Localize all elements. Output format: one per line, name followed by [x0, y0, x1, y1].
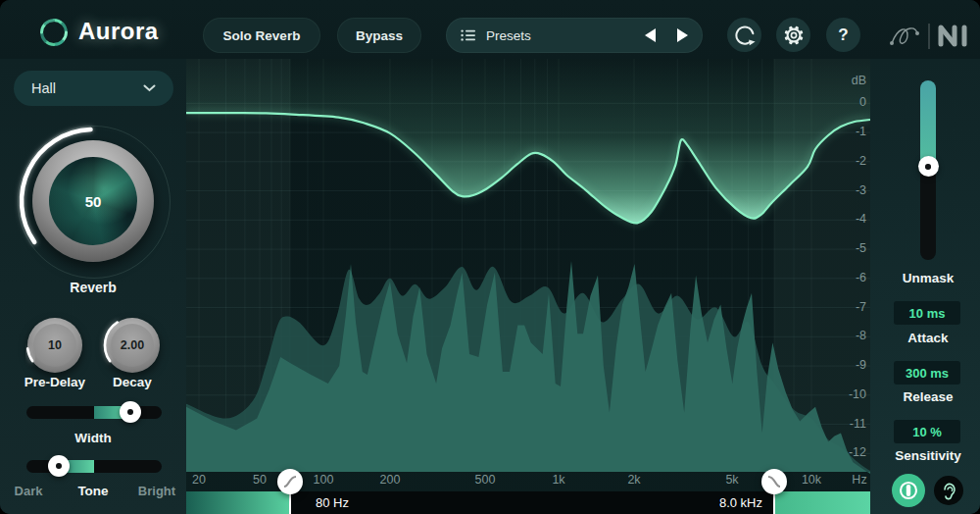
- tone-slider-handle[interactable]: [48, 455, 70, 477]
- attack-value[interactable]: 10 ms: [894, 301, 960, 325]
- low-cut-stem: [289, 491, 291, 514]
- freq-axis-unit: Hz: [852, 473, 866, 487]
- width-label: Width: [34, 431, 152, 445]
- reverb-knob-face: 50: [49, 157, 137, 245]
- tone-bright-label: Bright: [131, 484, 182, 498]
- db-axis-label: -5: [813, 241, 866, 255]
- db-axis-label: -7: [813, 300, 866, 314]
- low-cut-value: 80 Hz: [316, 495, 349, 510]
- freq-axis-label: 5k: [725, 473, 738, 487]
- help-icon: ?: [838, 26, 848, 45]
- freq-axis-label: 100: [314, 473, 334, 487]
- freq-axis-label: 50: [253, 473, 267, 487]
- room-type-value: Hall: [31, 80, 56, 96]
- freq-axis-label: 10k: [802, 473, 821, 487]
- tone-label: Tone: [64, 484, 122, 498]
- next-preset-arrow[interactable]: [677, 28, 688, 42]
- ni-logo: [941, 27, 964, 44]
- chevron-down-icon: [143, 84, 156, 92]
- db-axis-label: -10: [813, 387, 866, 401]
- gear-icon: [782, 24, 806, 47]
- predelay-knob-value: 10: [48, 338, 62, 352]
- db-axis-label: -11: [813, 417, 866, 431]
- low-cut-handle[interactable]: [277, 469, 303, 494]
- cutoff-bar: 80 Hz 8.0 kHz: [186, 491, 870, 514]
- reverb-label: Reverb: [24, 280, 162, 295]
- freq-axis-label: 20: [192, 473, 206, 487]
- db-axis-label: -6: [813, 271, 866, 284]
- high-cut-stem: [773, 491, 775, 514]
- power-icon: [897, 479, 920, 502]
- preset-selector[interactable]: Presets: [446, 18, 703, 53]
- low-cut-fill: [186, 491, 289, 514]
- unmask-label: Unmask: [875, 271, 980, 285]
- decay-label: Decay: [83, 375, 181, 389]
- app-title: Aurora: [78, 18, 159, 45]
- prev-preset-arrow[interactable]: [645, 28, 656, 42]
- high-cut-handle[interactable]: [761, 469, 787, 494]
- unmask-slider-handle[interactable]: [918, 156, 939, 177]
- settings-button[interactable]: [776, 18, 810, 52]
- tone-slider[interactable]: [26, 460, 162, 473]
- preset-name: Presets: [486, 28, 531, 43]
- izotope-logo: [890, 28, 919, 45]
- freq-axis-label: 500: [475, 473, 496, 487]
- decay-knob-value: 2.00: [121, 338, 144, 352]
- db-axis-label: -12: [813, 445, 866, 459]
- reverb-knob-value: 50: [85, 193, 102, 210]
- db-axis-unit: dB: [813, 74, 866, 87]
- history-icon: [733, 24, 757, 47]
- db-axis-label: -2: [813, 154, 866, 168]
- brand-logos: [882, 14, 976, 57]
- help-button[interactable]: ?: [826, 18, 860, 52]
- high-cut-value: 8.0 kHz: [661, 495, 762, 510]
- spectrum-display: [186, 59, 870, 514]
- aurora-plugin-window: Aurora Solo Reverb Bypass Presets ?: [0, 0, 980, 514]
- highpass-curve-icon: [281, 473, 299, 490]
- bypass-button[interactable]: Bypass: [337, 18, 421, 53]
- room-type-select[interactable]: Hall: [14, 71, 173, 106]
- decay-knob[interactable]: 2.00: [105, 318, 160, 373]
- ear-icon: [938, 480, 959, 501]
- freq-axis-label: 1k: [552, 473, 564, 487]
- db-axis-label: -4: [813, 212, 866, 226]
- tone-dark-label: Dark: [8, 484, 49, 498]
- freq-axis-label: 2k: [627, 473, 640, 487]
- listen-button[interactable]: [934, 476, 963, 505]
- release-value[interactable]: 300 ms: [894, 361, 960, 385]
- predelay-knob[interactable]: 10: [27, 318, 82, 373]
- sensitivity-label: Sensitivity: [875, 448, 980, 463]
- release-label: Release: [875, 389, 980, 404]
- attack-label: Attack: [875, 331, 980, 345]
- unmask-slider-fill: [920, 80, 936, 167]
- solo-reverb-button[interactable]: Solo Reverb: [203, 18, 320, 53]
- unmask-enable-button[interactable]: [892, 474, 925, 507]
- history-button[interactable]: [727, 18, 761, 52]
- db-axis-label: -3: [813, 183, 866, 197]
- list-icon: [461, 27, 476, 43]
- db-axis-label: -1: [813, 125, 866, 138]
- lowpass-curve-icon: [765, 473, 783, 490]
- sensitivity-value[interactable]: 10 %: [894, 420, 960, 443]
- db-axis-label: -9: [813, 358, 866, 372]
- db-axis-label: -8: [813, 329, 866, 342]
- freq-axis-label: 200: [380, 473, 401, 487]
- high-cut-fill: [775, 491, 870, 514]
- aurora-logo-icon: [37, 16, 71, 49]
- db-axis-label: 0: [813, 95, 866, 109]
